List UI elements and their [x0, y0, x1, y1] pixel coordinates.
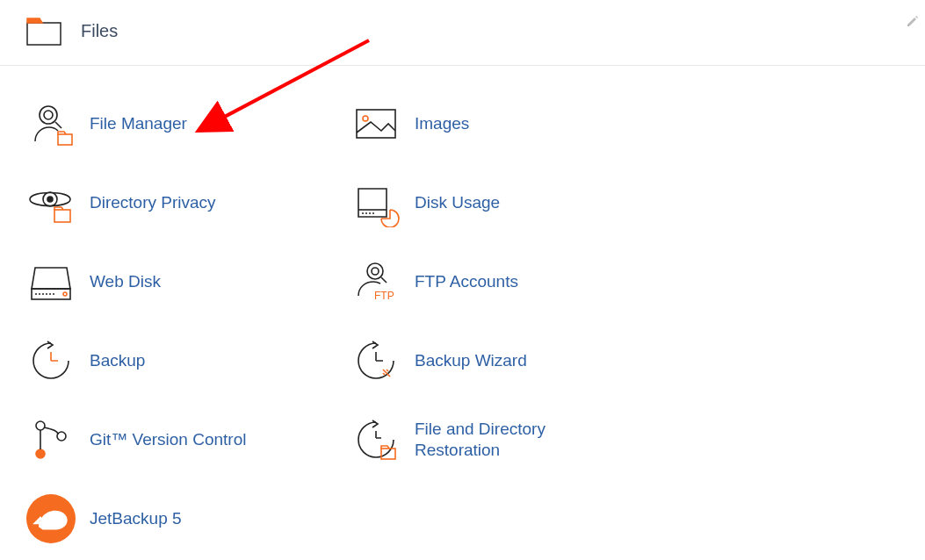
backup-icon [26, 336, 81, 385]
ftp-accounts-icon: FTP [351, 257, 406, 306]
svg-rect-0 [27, 23, 61, 45]
tool-ftp-accounts[interactable]: FTP FTP Accounts [351, 257, 650, 306]
pencil-icon[interactable] [906, 14, 918, 26]
svg-rect-8 [54, 210, 70, 222]
svg-point-2 [44, 111, 53, 119]
tool-label: Disk Usage [406, 192, 500, 213]
tool-label: Backup Wizard [406, 350, 527, 371]
svg-point-7 [47, 197, 53, 202]
tool-jetbackup[interactable]: JetBackup 5 [26, 494, 325, 543]
file-restoration-icon [351, 415, 406, 464]
tool-label: Backup [81, 350, 145, 371]
svg-point-1 [40, 106, 57, 124]
tool-label: File and Directory Restoration [406, 419, 599, 461]
svg-rect-3 [58, 134, 72, 145]
svg-point-12 [372, 268, 379, 275]
directory-privacy-icon [26, 178, 81, 227]
git-icon [26, 415, 81, 464]
images-icon [351, 99, 406, 148]
tool-file-manager[interactable]: File Manager [26, 99, 325, 148]
tool-label: File Manager [81, 113, 187, 134]
tool-label: FTP Accounts [406, 271, 518, 292]
tool-label: JetBackup 5 [81, 508, 182, 529]
tool-backup-wizard[interactable]: Backup Wizard [351, 336, 650, 385]
folder-icon [26, 16, 61, 46]
tool-git-version-control[interactable]: Git™ Version Control [26, 415, 325, 464]
tool-label: Images [406, 113, 469, 134]
svg-point-11 [367, 263, 383, 279]
panel-title: Files [81, 21, 118, 41]
files-panel: Files File Manager [0, 0, 925, 560]
tool-label: Directory Privacy [81, 192, 216, 213]
svg-rect-17 [381, 449, 395, 459]
svg-text:FTP: FTP [374, 290, 394, 302]
tool-label: Git™ Version Control [81, 429, 246, 450]
svg-point-15 [36, 449, 45, 458]
file-manager-icon [26, 99, 81, 148]
svg-point-5 [363, 116, 368, 121]
tool-backup[interactable]: Backup [26, 336, 325, 385]
tool-label: Web Disk [81, 271, 161, 292]
tool-images[interactable]: Images [351, 99, 650, 148]
svg-point-10 [63, 292, 67, 296]
tool-file-restoration[interactable]: File and Directory Restoration [351, 415, 650, 464]
tools-grid: File Manager Images [0, 66, 925, 560]
jetbackup-icon [26, 494, 81, 543]
backup-wizard-icon [351, 336, 406, 385]
tool-disk-usage[interactable]: Disk Usage [351, 178, 650, 227]
svg-rect-4 [357, 110, 395, 138]
panel-header: Files [0, 0, 925, 66]
tool-directory-privacy[interactable]: Directory Privacy [26, 178, 325, 227]
disk-usage-icon [351, 178, 406, 227]
web-disk-icon [26, 257, 81, 306]
svg-point-14 [36, 421, 45, 430]
tool-web-disk[interactable]: Web Disk [26, 257, 325, 306]
